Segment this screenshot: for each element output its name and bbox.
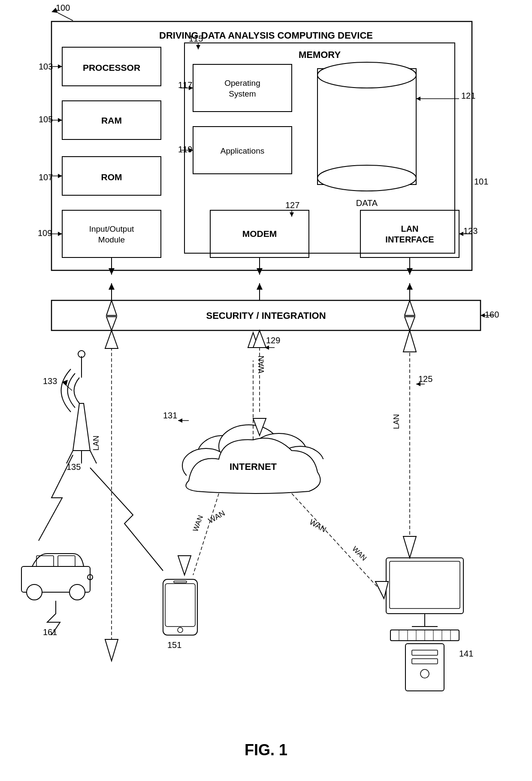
- svg-point-25: [317, 165, 416, 191]
- diagram: DRIVING DATA ANALYSIS COMPUTING DEVICE 1…: [0, 0, 532, 781]
- ref-133: 133: [43, 376, 57, 386]
- ref-129: 129: [266, 336, 280, 345]
- ref-101: 101: [474, 177, 488, 186]
- io-label: Input/Output: [89, 224, 134, 233]
- svg-rect-0: [0, 0, 532, 781]
- lan-interface-label: LAN: [401, 224, 418, 233]
- lan-right-label: LAN: [392, 414, 401, 429]
- processor-label: PROCESSOR: [83, 63, 140, 73]
- ref-160: 160: [485, 310, 499, 319]
- lan-left-label: LAN: [92, 436, 100, 451]
- os-label: Operating: [224, 79, 260, 88]
- svg-rect-94: [386, 558, 463, 614]
- svg-point-86: [70, 584, 85, 600]
- svg-point-24: [317, 62, 416, 88]
- svg-point-85: [27, 584, 42, 600]
- ref-107: 107: [39, 173, 53, 182]
- rom-label: ROM: [101, 172, 122, 182]
- ref-161: 161: [43, 627, 57, 637]
- svg-rect-106: [405, 644, 444, 691]
- ref-115: 115: [189, 34, 203, 43]
- memory-label: MEMORY: [299, 49, 341, 60]
- ref-127: 127: [285, 200, 299, 210]
- ref-100: 100: [56, 3, 70, 12]
- mobile-phone: [163, 579, 197, 635]
- wan-top-label: WAN: [257, 356, 266, 373]
- data-label: DATA: [356, 198, 378, 208]
- ref-125: 125: [418, 374, 432, 384]
- lan-interface-label2: INTERFACE: [385, 235, 434, 244]
- applications-label: Applications: [221, 146, 264, 155]
- ref-151: 151: [167, 640, 181, 650]
- ref-109: 109: [38, 228, 52, 238]
- ref-121: 121: [461, 91, 475, 100]
- fig-title: FIG. 1: [245, 741, 287, 759]
- ref-141: 141: [459, 649, 473, 658]
- ram-label: RAM: [101, 115, 122, 125]
- ref-131: 131: [163, 411, 177, 420]
- security-label: SECURITY / INTEGRATION: [206, 310, 326, 321]
- io-label2: Module: [98, 235, 125, 244]
- internet-label: INTERNET: [230, 461, 277, 472]
- modem-label: MODEM: [242, 229, 277, 239]
- os-label2: System: [229, 89, 256, 98]
- ref-105: 105: [39, 115, 53, 124]
